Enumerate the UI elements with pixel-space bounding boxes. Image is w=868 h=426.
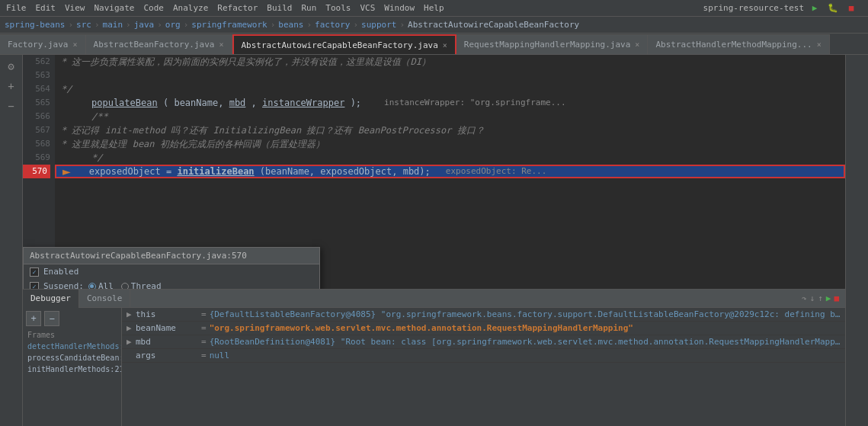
debug-var-this-expand[interactable]: ▶ <box>127 309 136 319</box>
toolbar-right: spring-resource-test ▶ 🐛 ■ <box>700 1 862 16</box>
breadcrumb-org[interactable]: org <box>165 20 181 30</box>
code-line-567: * 还记得 init-method 吗？还有 InitializingBean … <box>55 123 845 137</box>
breadcrumb-text: spring-beans <box>5 20 65 30</box>
code-line-564: */ <box>55 82 845 96</box>
code-view: 562 563 564 565 566 567 568 569 570 * 这一… <box>23 55 845 289</box>
tab-request-mapping[interactable]: RequestMappingHandlerMapping.java × <box>456 34 649 54</box>
code-line-566: /** <box>55 110 845 123</box>
tab-abstract-bean-factory[interactable]: AbstractBeanFactory.java × <box>86 34 232 54</box>
breadcrumb-bar: spring-beans › src › main › java › org ›… <box>0 17 868 34</box>
breadcrumb-src[interactable]: src <box>76 20 91 30</box>
breadcrumb-main[interactable]: main <box>103 20 123 30</box>
tab-abstract-handler-label: AbstractHandlerMethodMapping... <box>655 40 812 50</box>
tab-abstract-autowire-label: AbstractAutowireCapableBeanFactory.java <box>242 40 438 50</box>
menu-bar: File Edit View Navigate Code Analyze Ref… <box>0 0 868 17</box>
debug-var-args: args = null <box>122 349 845 363</box>
tab-abstract-bean-factory-label: AbstractBeanFactory.java <box>94 40 215 50</box>
sidebar-minus-btn[interactable]: − <box>3 98 20 114</box>
sidebar-settings-btn[interactable]: ⚙ <box>3 58 20 75</box>
debug-content: + − Frames detectHandlerMethods:295, Abs… <box>23 308 845 426</box>
code-line-565: populateBean ( beanName, mbd , instanceW… <box>55 96 845 110</box>
debug-var-this: ▶ this = {DefaultListableBeanFactory@408… <box>122 308 845 322</box>
bp-suspend-checkbox[interactable] <box>30 282 39 290</box>
bp-radio-all[interactable] <box>88 283 96 290</box>
tab-factory[interactable]: Factory.java × <box>0 34 86 54</box>
bc-sep-1: › <box>68 20 73 30</box>
tab-abstract-autowire[interactable]: AbstractAutowireCapableBeanFactory.java … <box>232 34 456 54</box>
debug-left-toolbar: + − <box>23 308 121 329</box>
editor-area: 562 563 564 565 566 567 568 569 570 * 这一… <box>23 55 845 426</box>
debug-step-out-icon[interactable]: ↑ <box>818 293 823 303</box>
menu-help[interactable]: Help <box>424 3 444 13</box>
breadcrumb-support[interactable]: support <box>361 20 396 30</box>
menu-navigate[interactable]: Navigate <box>94 3 135 13</box>
debug-resume-icon[interactable]: ▶ <box>826 293 831 303</box>
menu-tools[interactable]: Tools <box>325 3 351 13</box>
bp-popup-title: AbstractAutowireCapableBeanFactory.java:… <box>24 248 319 264</box>
menu-refactor[interactable]: Refactor <box>217 3 258 13</box>
breadcrumb-java[interactable]: java <box>134 20 155 30</box>
tab-bar: Factory.java × AbstractBeanFactory.java … <box>0 34 868 55</box>
menu-view[interactable]: View <box>65 3 85 13</box>
debug-panel: Debugger Console ↷ ↓ ↑ ▶ ■ + − <box>23 289 845 426</box>
debug-variables-panel: ▶ this = {DefaultListableBeanFactory@408… <box>122 308 845 426</box>
debug-frame-0[interactable]: detectHandlerMethods:295, Abst <box>23 341 121 352</box>
code-line-563 <box>55 69 845 82</box>
menu-analyze[interactable]: Analyze <box>173 3 208 13</box>
run-config-label: spring-resource-test <box>703 3 804 13</box>
bp-enabled-label: Enabled <box>43 267 78 277</box>
code-line-568: * 这里就是处理 bean 初始化完成后的各种回调（后置处理器） <box>55 137 845 151</box>
debug-frame-1[interactable]: processCandidateBean:261, Abs... <box>23 352 121 364</box>
menu-build[interactable]: Build <box>267 3 292 13</box>
bp-enabled-checkbox[interactable] <box>30 267 39 277</box>
bp-thread-label: Thread <box>131 281 162 289</box>
tab-request-mapping-label: RequestMappingHandlerMapping.java <box>464 40 631 50</box>
tab-factory-label: Factory.java <box>8 40 68 50</box>
debug-minus-btn[interactable]: − <box>44 311 59 326</box>
tab-abstract-handler[interactable]: AbstractHandlerMethodMapping... × <box>648 34 829 54</box>
debug-step-into-icon[interactable]: ↓ <box>810 293 815 303</box>
menu-window[interactable]: Window <box>384 3 415 13</box>
menu-vcs[interactable]: VCS <box>360 3 375 13</box>
breakpoint-popup: AbstractAutowireCapableBeanFactory.java:… <box>23 247 320 289</box>
tab-factory-close[interactable]: × <box>72 40 77 49</box>
menu-edit[interactable]: Edit <box>36 3 56 13</box>
breadcrumb-class[interactable]: AbstractAutowireCapableBeanFactory <box>408 20 579 30</box>
debug-button[interactable]: 🐛 <box>825 1 841 16</box>
breadcrumb-project[interactable]: spring-beans <box>5 20 65 30</box>
debug-var-mbd: ▶ mbd = {RootBeanDefinition@4081} "Root … <box>122 335 845 349</box>
debug-step-over-icon[interactable]: ↷ <box>802 293 807 303</box>
debug-tabs: Debugger Console ↷ ↓ ↑ ▶ ■ <box>23 290 845 308</box>
breadcrumb-beans[interactable]: beans <box>278 20 303 30</box>
code-line-570: ► exposedObject = initializeBean (beanNa… <box>55 165 845 178</box>
debug-frame-2[interactable]: initHandlerMethods:219, Abstra... <box>23 364 121 375</box>
debug-add-btn[interactable]: + <box>26 311 41 326</box>
breadcrumb-factory[interactable]: factory <box>315 20 350 30</box>
debug-stop-icon[interactable]: ■ <box>834 293 839 303</box>
menu-run[interactable]: Run <box>301 3 316 13</box>
debug-tab-debugger[interactable]: Debugger <box>23 290 79 308</box>
debug-var-beanname-expand[interactable]: ▶ <box>127 323 136 333</box>
tab-request-mapping-close[interactable]: × <box>635 40 639 49</box>
menu-code[interactable]: Code <box>143 3 164 13</box>
breadcrumb-springframework[interactable]: springframework <box>191 20 267 30</box>
run-button[interactable]: ▶ <box>807 1 822 16</box>
main-layout: ⚙ + − 562 563 564 565 566 567 568 569 57… <box>0 55 868 426</box>
tab-abstract-bean-factory-close[interactable]: × <box>219 40 223 49</box>
code-line-569: */ <box>55 151 845 165</box>
sidebar-search-btn[interactable]: + <box>3 78 20 94</box>
bp-radio-group: All Thread <box>88 281 162 289</box>
stop-button[interactable]: ■ <box>844 1 859 16</box>
debug-tab-console[interactable]: Console <box>79 290 130 308</box>
menu-file[interactable]: File <box>6 3 27 13</box>
breakpoint-arrow-icon: ► <box>62 165 71 178</box>
bp-enabled-row: Enabled <box>24 264 319 279</box>
debug-var-mbd-expand[interactable]: ▶ <box>127 337 136 347</box>
tab-abstract-autowire-close[interactable]: × <box>443 41 447 50</box>
tab-abstract-handler-close[interactable]: × <box>817 40 822 49</box>
debug-frames-title: Frames <box>23 329 121 341</box>
debug-var-beanname: ▶ beanName = "org.springframework.web.se… <box>122 322 845 335</box>
bp-suspend-row: Suspend: All Thread <box>24 279 319 289</box>
bp-radio-thread[interactable] <box>121 283 129 290</box>
debug-toolbar-btns: ↷ ↓ ↑ ▶ ■ <box>796 293 845 303</box>
